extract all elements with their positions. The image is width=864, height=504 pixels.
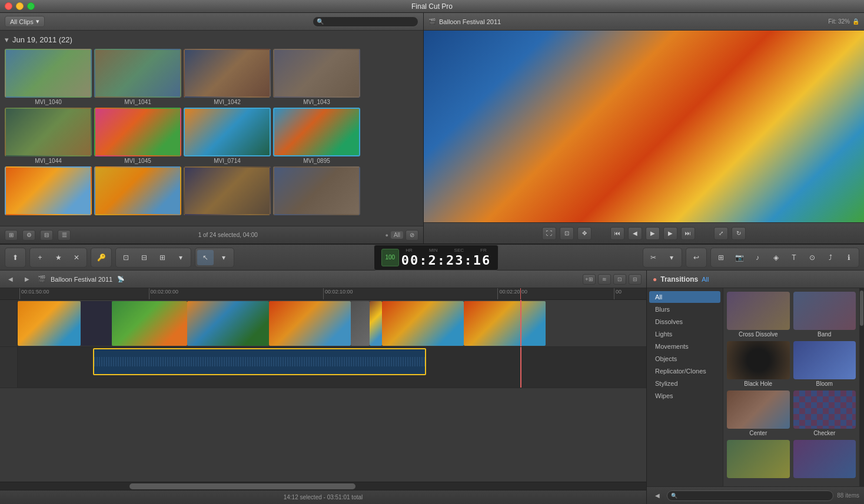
clip-item-mvi1040[interactable]: MVI_1040 — [5, 49, 92, 105]
clip-item-mvi1043[interactable]: MVI_1043 — [273, 49, 360, 105]
clip-item-mvi1045[interactable]: MVI_1045 — [94, 108, 181, 164]
filter-button[interactable]: ⊘ — [406, 230, 418, 241]
undo-group: ↩ — [686, 248, 707, 268]
timeline-settings-button[interactable]: ⊟ — [629, 274, 642, 285]
clip-item-row3b[interactable] — [94, 166, 181, 216]
transitions-scroll-thumb[interactable] — [860, 291, 863, 326]
more-button[interactable]: ▾ — [172, 250, 189, 265]
timeline-clip-3[interactable] — [187, 301, 269, 346]
reject-button[interactable]: ✕ — [68, 250, 85, 265]
fullscreen-button[interactable]: ⛶ — [542, 227, 556, 240]
generator-button[interactable]: ⊙ — [804, 250, 820, 265]
audio-button[interactable]: ⊟ — [136, 250, 152, 265]
maximize-button[interactable] — [27, 2, 35, 10]
trans-item-band[interactable]: Band — [793, 292, 856, 338]
clip-item-mvi0714[interactable]: MVI_0714 — [184, 108, 271, 164]
select-tool-button[interactable]: ↖ — [197, 250, 214, 265]
clip-item-mvi1042[interactable]: MVI_1042 — [184, 49, 271, 105]
minimize-button[interactable] — [16, 2, 24, 10]
trans-item-bottom2[interactable] — [793, 440, 856, 479]
list-view-button[interactable]: ☰ — [58, 230, 71, 241]
category-lights[interactable]: Lights — [649, 328, 720, 340]
refresh-button[interactable]: ↻ — [732, 227, 746, 240]
step-back-button[interactable]: ◀ — [628, 227, 642, 240]
split-button[interactable]: ⊞ — [154, 250, 171, 265]
grid-view-button[interactable]: ⊞ — [5, 230, 18, 241]
settings-button[interactable]: ⚙ — [22, 230, 35, 241]
timeline-clip-5b[interactable] — [370, 301, 382, 346]
filmstrip-button[interactable]: ⊟ — [40, 230, 53, 241]
camera-button[interactable]: 📷 — [731, 250, 747, 265]
crop-button[interactable]: ⊡ — [560, 227, 574, 240]
timeline-clip-4[interactable] — [269, 301, 351, 346]
search-input[interactable] — [324, 18, 414, 25]
trim-button[interactable]: ✂ — [645, 250, 662, 265]
fast-forward-button[interactable]: ⏭ — [681, 227, 695, 240]
category-all[interactable]: All — [649, 291, 720, 303]
edit-button[interactable]: ⊡ — [118, 250, 134, 265]
import-button[interactable]: ⬆ — [7, 250, 24, 265]
all-clips-button[interactable]: All Clips ▾ — [5, 16, 45, 27]
audio-edit-button[interactable]: ♪ — [749, 250, 766, 265]
audio-meter-button[interactable]: ≋ — [598, 274, 611, 285]
share-button[interactable]: ⤴ — [822, 250, 839, 265]
trans-item-black-hole[interactable]: Black Hole — [727, 341, 790, 387]
trans-item-center[interactable]: Center — [727, 390, 790, 436]
timeline-scrollbar[interactable] — [0, 482, 646, 490]
category-stylized[interactable]: Stylized — [649, 378, 720, 389]
snap-button[interactable]: ⊡ — [613, 274, 626, 285]
close-button[interactable] — [5, 2, 12, 10]
add-button[interactable]: + — [32, 250, 48, 265]
clip-item-mvi1044[interactable]: MVI_1044 — [5, 108, 92, 164]
clip-item-row3a[interactable] — [5, 166, 92, 216]
favorite-button[interactable]: ★ — [50, 250, 67, 265]
clip-item-row3c[interactable] — [184, 166, 271, 216]
trans-item-bottom1[interactable] — [727, 440, 790, 479]
clip-item-row3d[interactable] — [273, 166, 360, 216]
audio-clip-1[interactable] — [93, 348, 426, 375]
trans-search[interactable]: 🔍 — [667, 490, 833, 501]
trans-row-3: Center Checker — [727, 390, 856, 436]
trans-back-button[interactable]: ◀ — [652, 490, 663, 501]
trans-item-checker[interactable]: Checker — [793, 390, 856, 436]
category-wipes[interactable]: Wipes — [649, 390, 720, 402]
trans-search-input[interactable] — [677, 492, 829, 499]
text-button[interactable]: T — [786, 250, 802, 265]
collapse-icon[interactable]: ▾ — [5, 35, 9, 44]
category-dissolves[interactable]: Dissolves — [649, 316, 720, 328]
timeline-clip-1[interactable] — [18, 301, 81, 346]
transitions-scrollbar[interactable] — [859, 288, 864, 486]
keyword-button[interactable]: 🔑 — [93, 250, 109, 265]
clip-item-mvi0895[interactable]: MVI_0895 — [273, 108, 360, 164]
rewind-button[interactable]: ⏮ — [610, 227, 624, 240]
trans-item-bloom[interactable]: Bloom — [793, 341, 856, 387]
fullscreen-exit-button[interactable]: ⤢ — [714, 227, 728, 240]
transform-button[interactable]: ✥ — [577, 227, 591, 240]
timeline-clip-7[interactable] — [464, 301, 546, 346]
timeline-clip-5a[interactable] — [351, 301, 370, 346]
timeline-clip-2[interactable] — [112, 301, 187, 346]
timeline-scrollbar-thumb[interactable] — [129, 483, 355, 489]
timeline-back-button[interactable]: ◀ — [5, 274, 16, 285]
undo-button[interactable]: ↩ — [688, 250, 705, 265]
step-forward-button[interactable]: ▶ — [663, 227, 677, 240]
tool-dropdown[interactable]: ▾ — [215, 250, 232, 265]
category-replicator-clones[interactable]: Replicator/Clones — [649, 365, 720, 377]
tools-dropdown[interactable]: ▾ — [663, 250, 680, 265]
play-button[interactable]: ▶ — [646, 227, 660, 240]
category-movements[interactable]: Movements — [649, 341, 720, 352]
timeline-forward-button[interactable]: ▶ — [21, 274, 33, 285]
trans-item-cross-dissolve[interactable]: Cross Dissolve — [727, 292, 790, 338]
transition-button[interactable]: ◈ — [767, 250, 784, 265]
inspector-button[interactable]: ℹ — [840, 250, 857, 265]
trans-label-black-hole: Black Hole — [744, 380, 772, 387]
connect-button[interactable]: ⊞ — [713, 250, 729, 265]
clip-label-mvi1045: MVI_1045 — [94, 158, 181, 164]
transitions-all-button[interactable]: All — [702, 276, 709, 283]
category-objects[interactable]: Objects — [649, 353, 720, 365]
clip-item-mvi1041[interactable]: MVI_1041 — [94, 49, 181, 105]
timeline-clip-6[interactable] — [382, 301, 464, 346]
category-blurs[interactable]: Blurs — [649, 303, 720, 315]
browser-search[interactable]: 🔍 — [313, 16, 418, 27]
zoom-in-button[interactable]: +⊞ — [583, 274, 596, 285]
